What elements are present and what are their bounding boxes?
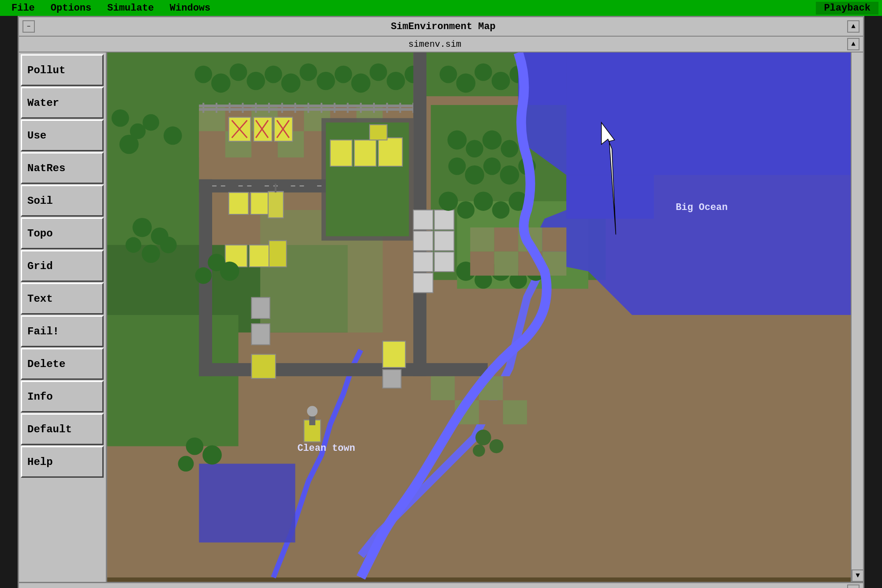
svg-point-140 (439, 191, 458, 211)
svg-rect-106 (249, 245, 271, 267)
svg-rect-98 (378, 138, 403, 166)
sidebar-btn-default[interactable]: Default (21, 413, 104, 445)
svg-rect-160 (470, 251, 494, 276)
svg-rect-54 (199, 464, 295, 543)
svg-point-141 (457, 201, 475, 219)
svg-rect-122 (309, 416, 315, 425)
svg-rect-100 (229, 192, 249, 214)
svg-point-134 (501, 140, 519, 157)
svg-rect-164 (431, 376, 455, 401)
svg-point-136 (465, 165, 484, 185)
statusbar: ◢ (19, 582, 863, 588)
vertical-scrollbar: ▼ (851, 52, 863, 582)
svg-rect-101 (250, 192, 270, 214)
svg-point-32 (230, 64, 247, 81)
subtitle-text: simenv.sim (22, 39, 847, 49)
sidebar-btn-help[interactable]: Help (21, 446, 104, 478)
svg-point-121 (307, 406, 318, 416)
scroll-up-button[interactable]: ▲ (847, 20, 860, 33)
svg-point-33 (247, 72, 265, 90)
svg-point-27 (120, 135, 139, 154)
svg-point-125 (126, 237, 142, 253)
svg-rect-117 (251, 354, 276, 378)
menu-playback[interactable]: Playback (816, 2, 878, 15)
svg-point-127 (160, 237, 177, 254)
menu-simulate[interactable]: Simulate (99, 2, 162, 15)
svg-point-37 (317, 72, 335, 90)
svg-rect-115 (251, 297, 270, 318)
svg-point-142 (474, 191, 493, 211)
svg-point-133 (482, 131, 502, 150)
svg-rect-110 (413, 231, 433, 251)
svg-point-129 (220, 262, 239, 281)
svg-rect-114 (413, 273, 433, 293)
svg-rect-156 (470, 228, 494, 252)
svg-rect-102 (268, 191, 284, 218)
svg-point-30 (194, 66, 212, 83)
svg-point-34 (265, 66, 282, 83)
svg-point-31 (211, 74, 231, 93)
sidebar-btn-text[interactable]: Text (21, 283, 104, 315)
svg-rect-119 (383, 370, 401, 388)
menubar: File Options Simulate Windows Playback (0, 0, 882, 16)
svg-rect-113 (434, 252, 454, 272)
svg-point-152 (178, 456, 194, 472)
menu-windows[interactable]: Windows (162, 2, 218, 15)
svg-rect-170 (479, 400, 503, 424)
close-button[interactable]: − (22, 20, 35, 33)
ocean-label: Big Ocean (676, 202, 728, 213)
sidebar-btn-pollut[interactable]: Pollut (21, 54, 104, 86)
window-title: SimEnvironment Map (39, 21, 847, 32)
sidebar: Pollut Water Use NatRes Soil Topo Grid T… (19, 52, 107, 582)
svg-point-35 (281, 74, 301, 93)
svg-point-137 (483, 157, 501, 175)
svg-point-154 (490, 439, 504, 453)
svg-rect-116 (251, 324, 270, 345)
svg-point-150 (186, 438, 204, 455)
subtitle-scroll-button[interactable]: ▲ (847, 38, 860, 50)
sidebar-btn-water[interactable]: Water (21, 87, 104, 119)
svg-rect-171 (503, 400, 527, 424)
sidebar-btn-grid[interactable]: Grid (21, 250, 104, 282)
scroll-down-button[interactable]: ▼ (852, 569, 864, 582)
svg-point-143 (492, 201, 510, 219)
svg-rect-107 (269, 240, 287, 267)
sidebar-btn-use[interactable]: Use (21, 120, 104, 151)
svg-rect-111 (434, 231, 454, 251)
svg-rect-157 (494, 228, 519, 252)
sidebar-btn-natres[interactable]: NatRes (21, 152, 104, 184)
sidebar-btn-info[interactable]: Info (21, 381, 104, 412)
svg-point-126 (142, 244, 160, 263)
svg-point-131 (448, 131, 467, 150)
svg-rect-108 (413, 210, 433, 230)
svg-point-155 (473, 445, 485, 457)
svg-rect-112 (413, 252, 433, 272)
svg-point-43 (440, 66, 457, 83)
svg-point-29 (164, 127, 182, 145)
svg-point-130 (195, 267, 212, 284)
svg-rect-159 (542, 228, 567, 252)
sidebar-btn-delete[interactable]: Delete (21, 348, 104, 380)
svg-rect-14 (199, 131, 225, 158)
svg-rect-167 (503, 376, 527, 401)
svg-point-151 (202, 446, 222, 465)
titlebar: − SimEnvironment Map ▲ (19, 17, 863, 37)
svg-rect-118 (383, 341, 406, 368)
svg-point-28 (142, 114, 159, 131)
menu-options[interactable]: Options (43, 2, 99, 15)
svg-point-40 (370, 64, 387, 81)
sidebar-btn-soil[interactable]: Soil (21, 185, 104, 217)
sidebar-btn-fail[interactable]: Fail! (21, 315, 104, 347)
svg-point-45 (475, 64, 492, 81)
sidebar-btn-topo[interactable]: Topo (21, 217, 104, 249)
main-window: − SimEnvironment Map ▲ simenv.sim ▲ Poll… (18, 16, 864, 588)
svg-point-44 (456, 74, 475, 93)
svg-point-138 (500, 165, 519, 185)
svg-point-153 (475, 430, 491, 446)
svg-point-123 (133, 218, 152, 237)
content-area: Pollut Water Use NatRes Soil Topo Grid T… (19, 52, 863, 582)
map-area[interactable]: Big Ocean Clean town (107, 52, 851, 582)
menu-file[interactable]: File (4, 2, 43, 15)
svg-point-25 (112, 109, 129, 127)
svg-point-38 (335, 66, 352, 83)
